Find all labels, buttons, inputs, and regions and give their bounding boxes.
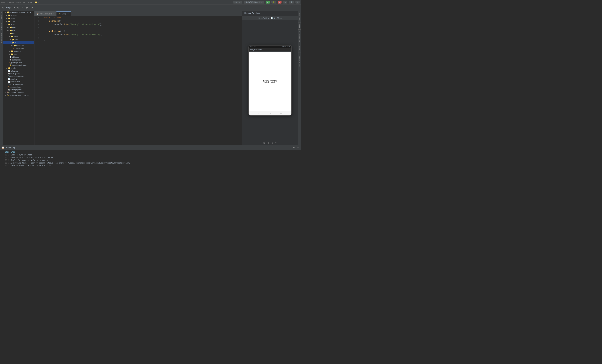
log-entry-3: 11:31 Apply for remote emulator success. — [5, 159, 296, 161]
tab-mainability-java[interactable]: ☕ MainAbility.java × — [34, 11, 56, 16]
idea-label: .idea — [11, 17, 15, 19]
tree-entry-libs[interactable]: ▶ 📁 libs — [3, 29, 34, 32]
device-frame: ■■■▪▪ 4G 100% □ 11:31 entry_MainAbility … — [248, 45, 292, 116]
tree-gradlew[interactable]: ▶ 📄 gradlew — [3, 78, 34, 80]
toolbar-icon-4[interactable]: ⚙ — [30, 6, 34, 10]
tree-config-json[interactable]: ▶ { } config.json — [3, 47, 34, 50]
code-line-2: 2 onCreate() { — [34, 20, 242, 23]
faq-tab[interactable]: FAQ — [298, 22, 301, 29]
js-tab-close[interactable]: × — [68, 13, 69, 15]
toolbar-icon-3[interactable]: ⇄ — [25, 6, 29, 10]
code-line-5: 5 onDestroy() { — [34, 30, 242, 33]
debug-button[interactable]: 🐛 — [271, 1, 276, 3]
tree-gradle-properties[interactable]: ▶ 🔧 gradle.properties — [3, 75, 34, 78]
tree-entry-package-json[interactable]: ▶ { } package.json — [3, 61, 34, 64]
tree-scratches-consoles[interactable]: ▶ ✏️ Scratches and Consoles — [3, 94, 34, 97]
api-reference-tab[interactable]: API Reference — [298, 29, 301, 44]
toolbar-icon-2[interactable]: ≡ — [21, 6, 24, 10]
bottom-panel: 📋 Event Log ⚙ — 2023/1/10 11:25 Gradle s… — [0, 145, 301, 182]
device-status-bar: ■■■▪▪ 4G 100% □ 11:31 — [249, 45, 291, 48]
device-label: entry — [235, 1, 238, 3]
tree-entry-js[interactable]: ▼ 📁 js — [3, 41, 34, 44]
tree-build-root[interactable]: ▶ 📁 build — [3, 20, 34, 23]
quick-start-tab[interactable]: Quick Start — [298, 11, 301, 22]
device-selector[interactable]: entry ▼ — [233, 1, 242, 3]
emulator-toolbar: ⊞ ◈ ◁ ○ — [242, 140, 298, 145]
js-tab-icon: JS — [58, 13, 61, 15]
toolbar-settings2[interactable]: ⚙ — [295, 1, 300, 3]
toolbar-search[interactable]: 🔍 — [289, 1, 294, 3]
emulator-screen-wrapper: ■■■▪▪ 4G 100% □ 11:31 entry_MainAbility … — [242, 20, 298, 140]
event-log-icon: 📋 — [2, 146, 4, 149]
nav-back-btn[interactable]: ◁ — [258, 112, 260, 114]
java-tab-close[interactable]: × — [53, 13, 54, 15]
tree-gradlew-bat[interactable]: ▶ 📄 gradlew.bat — [3, 80, 34, 83]
config-json-icon: { } — [13, 47, 15, 49]
tree-proguard[interactable]: ▶ 🔒 proguard-rules.pro — [3, 64, 34, 66]
tree-external-libraries[interactable]: ▶ 📚 External Libraries — [3, 91, 34, 94]
emulator-back-btn[interactable]: ◁ — [271, 141, 273, 144]
gradle-tab[interactable]: Gradle — [298, 44, 301, 53]
tree-local-properties[interactable]: ▶ 🔧 local.properties — [3, 83, 34, 86]
tree-entry-src[interactable]: ▼ 📁 src — [3, 32, 34, 35]
root-folder-icon: 📁 — [7, 11, 9, 13]
tree-test[interactable]: ▶ 📁 test — [3, 53, 34, 56]
code-line-9: 9 — [34, 43, 242, 46]
stop-button[interactable]: ■ — [278, 1, 281, 3]
code-editor[interactable]: 1 export default { 2 onCreate() { 3 cons… — [34, 16, 242, 145]
tree-entry-java[interactable]: ▶ 📁 java — [3, 38, 34, 41]
entry-js-label: js — [15, 42, 16, 43]
tree-settings-gradle[interactable]: ▶ 🐘 settings.gradle — [3, 88, 34, 91]
entry-build-gradle-label: build.gradle — [12, 59, 21, 61]
log-time-4: 11:31 — [5, 162, 11, 164]
log-time-3: 11:31 — [5, 159, 11, 161]
tree-root-build-gradle[interactable]: ▶ 🐘 build.gradle — [3, 72, 34, 75]
test-label: test — [14, 53, 17, 55]
main-row: Structure Favorites Build Variants ▼ 📁 M… — [0, 11, 301, 145]
event-log-settings-btn[interactable]: ⚙ — [293, 146, 295, 149]
nav-home-btn[interactable]: ○ — [269, 112, 271, 114]
run-button[interactable]: ▶ — [266, 1, 270, 3]
build-variants-tab[interactable]: Build Variants — [0, 31, 3, 45]
toolbar-icon-5[interactable]: — — [35, 6, 39, 10]
tree-gradle-hidden[interactable]: ▶ 📁 .gradle — [3, 14, 34, 17]
tab-app-js[interactable]: JS app.js × — [56, 11, 71, 16]
tree-entry-build-gradle[interactable]: ▶ 🐘 build.gradle — [3, 58, 34, 61]
toolbar-settings[interactable]: ⚙ — [283, 1, 287, 3]
emulator-home-btn[interactable]: ○ — [275, 141, 277, 144]
device-battery: 100% □ 11:31 — [282, 46, 290, 48]
favorites-tab[interactable]: Favorites — [0, 21, 3, 31]
external-libraries-icon: 📚 — [7, 91, 9, 94]
tree-gradle-folder[interactable]: ▶ 📁 gradle — [3, 66, 34, 70]
tree-entry-main[interactable]: ▼ 📁 main — [3, 35, 34, 38]
nav-recent-btn[interactable]: □ — [280, 112, 282, 114]
structure-tab[interactable]: Structure — [0, 11, 3, 21]
entry-libs-label: libs — [12, 29, 15, 32]
event-log-close-btn[interactable]: — — [296, 146, 299, 149]
code-line-3: 3 console.info('AceApplication onCreate'… — [34, 23, 242, 26]
tree-ohostest[interactable]: ▶ 📁 ohosTest — [3, 50, 34, 53]
tree-entry-gitignore[interactable]: ▶ 📄 .gitignore — [3, 56, 34, 58]
gradle-folder-label: gradle — [11, 67, 16, 69]
settings-gradle-icon: 🐘 — [8, 89, 10, 91]
gradlew-label: gradlew — [11, 78, 17, 80]
tree-entry-build[interactable]: ▶ 📁 build — [3, 26, 34, 29]
ok-status-icon: ✓ — [239, 13, 241, 16]
right-tabs: Quick Start FAQ API Reference Gradle Rem… — [298, 11, 301, 145]
emulator-screenshot-btn[interactable]: ⊞ — [263, 141, 265, 144]
gradlew-bat-icon: 📄 — [8, 81, 10, 83]
tree-root-package-json[interactable]: ▶ { } package.json — [3, 86, 34, 88]
device-name-selector[interactable]: HUAWEI MRX-AL19 ▼ — [244, 1, 264, 3]
toolbar-icon-1[interactable]: ⚙ — [16, 6, 20, 10]
entry-java-label: java — [15, 39, 18, 41]
scratches-consoles-label: Scratches and Consoles — [10, 95, 29, 96]
tree-root[interactable]: ▼ 📁 MyApplication2 [MyApplication] ~/Dev… — [3, 11, 34, 14]
project-settings-btn[interactable]: ⚙ — [1, 6, 5, 10]
tree-idea[interactable]: ▶ 📁 .idea — [3, 17, 34, 20]
root-package-json-label: package.json — [10, 86, 21, 88]
tree-root-gitignore[interactable]: ▶ 📄 .gitignore — [3, 70, 34, 72]
tree-entry[interactable]: ▼ 📁 entry — [3, 23, 34, 26]
tree-entry-resources[interactable]: ▶ 📁 resources — [3, 44, 34, 47]
remote-emulator-tab[interactable]: Remote Emulator — [298, 53, 301, 69]
emulator-rotate-btn[interactable]: ◈ — [267, 141, 269, 144]
